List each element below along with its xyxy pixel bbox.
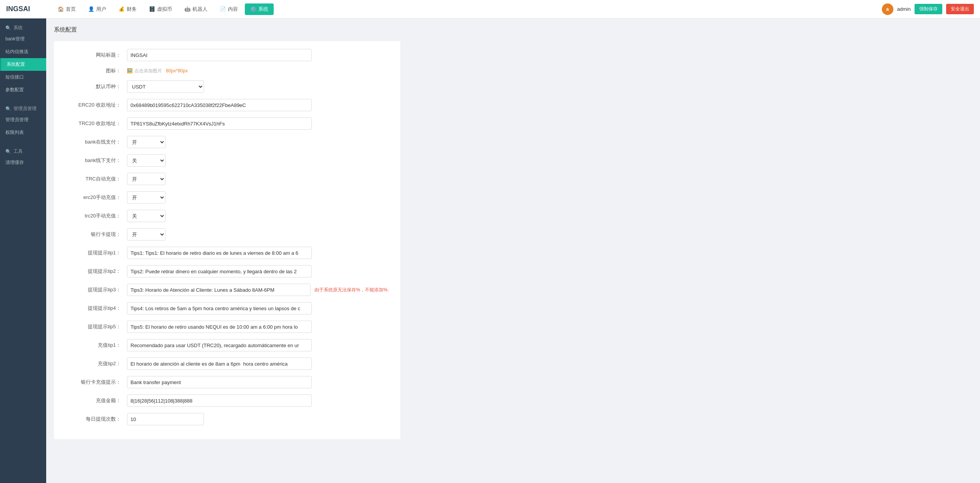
- bank-withdraw-select[interactable]: 开 关: [127, 228, 166, 241]
- trc20-input[interactable]: [127, 117, 312, 130]
- finance-icon: 💰: [119, 6, 125, 12]
- nav-home[interactable]: 🏠 首页: [52, 3, 81, 15]
- icon-upload[interactable]: 🖼️ 点击添加图片: [127, 68, 162, 74]
- trc-auto-label: TRC自动充值：: [65, 175, 127, 182]
- withdraw-tip1-input[interactable]: [127, 247, 312, 259]
- icon-label: 图标：: [65, 67, 127, 74]
- trc-auto-select[interactable]: 开 关: [127, 173, 166, 185]
- form-row-bank-offline: bank线下支付： 关 开: [65, 154, 389, 167]
- page-title: 系统配置: [54, 26, 972, 33]
- nav-robot[interactable]: 🤖 机器人: [179, 3, 213, 15]
- sidebar-item-sys-config[interactable]: 系统配置: [0, 58, 46, 71]
- trc20-label: TRC20 收款地址：: [65, 120, 127, 127]
- admin-icon: 🔍: [5, 106, 11, 112]
- bank-offline-label: bank线下支付：: [65, 157, 127, 164]
- bank-recharge-tip-input[interactable]: [127, 376, 312, 388]
- image-icon: 🖼️: [127, 68, 133, 74]
- user-icon: 👤: [88, 6, 94, 12]
- form-row-trc-auto: TRC自动充值： 开 关: [65, 173, 389, 185]
- withdraw-tip2-label: 提现提示tip2：: [65, 268, 127, 275]
- site-name-input[interactable]: [127, 49, 312, 61]
- search-icon: 🔍: [5, 25, 11, 31]
- avatar: a: [882, 3, 893, 15]
- daily-withdraw-label: 每日提现次数：: [65, 416, 127, 423]
- recharge-tip1-input[interactable]: [127, 339, 312, 351]
- crypto-icon: 🗄️: [149, 6, 155, 12]
- form-row-bank-online: bank在线支付： 开 关: [65, 136, 389, 148]
- nav-user[interactable]: 👤 用户: [83, 3, 112, 15]
- sidebar-item-bank-mgmt[interactable]: bank管理: [0, 33, 46, 45]
- main-content: 系统配置 网站标题： 图标： 🖼️ 点击添加图片 80px*80px 默认币种：…: [46, 18, 980, 483]
- nav-crypto[interactable]: 🗄️ 虚拟币: [144, 3, 177, 15]
- bank-online-select[interactable]: 开 关: [127, 136, 166, 148]
- sidebar-section-title-admin: 🔍 管理员管理: [0, 102, 46, 114]
- form-row-icon: 图标： 🖼️ 点击添加图片 80px*80px: [65, 67, 389, 74]
- sidebar-item-sms-iface[interactable]: 短信接口: [0, 71, 46, 84]
- withdraw-tip3-label: 提现提示tip3：: [65, 286, 127, 293]
- system-icon: ⚙️: [250, 6, 256, 12]
- withdraw-tip1-label: 提现提示tip1：: [65, 249, 127, 256]
- app-logo: INGSAI: [6, 5, 52, 13]
- form-container: 网站标题： 图标： 🖼️ 点击添加图片 80px*80px 默认币种： USDT…: [54, 41, 400, 439]
- erc20-input[interactable]: [127, 99, 312, 111]
- erc20-manual-label: erc20手动充值：: [65, 194, 127, 201]
- form-row-withdraw-tip4: 提现提示tip4：: [65, 302, 389, 314]
- sidebar-section-title-system: 🔍 系统: [0, 22, 46, 33]
- recharge-tip2-input[interactable]: [127, 358, 312, 370]
- top-nav: INGSAI 🏠 首页 👤 用户 💰 财务 🗄️ 虚拟币 🤖 机器人 📄 内容 …: [0, 0, 980, 18]
- withdraw-tip5-label: 提现提示tip5：: [65, 323, 127, 330]
- nav-content[interactable]: 📄 内容: [214, 3, 243, 15]
- withdraw-tip2-input[interactable]: [127, 265, 312, 277]
- form-row-daily-withdraw: 每日提现次数：: [65, 413, 389, 425]
- form-row-erc20: ERC20 收款地址：: [65, 99, 389, 111]
- bank-withdraw-label: 银行卡提现：: [65, 231, 127, 238]
- withdraw-tip3-input[interactable]: [127, 284, 311, 296]
- withdraw-tip5-input[interactable]: [127, 321, 312, 333]
- bank-online-label: bank在线支付：: [65, 139, 127, 145]
- form-row-site-name: 网站标题：: [65, 49, 389, 61]
- recharge-amount-label: 充值金额：: [65, 397, 127, 404]
- bank-recharge-tip-label: 银行卡充值提示：: [65, 379, 127, 386]
- sidebar-item-manage-cache[interactable]: 清理缓存: [0, 156, 46, 169]
- daily-withdraw-input[interactable]: [127, 413, 204, 425]
- form-row-bank-recharge-tip: 银行卡充值提示：: [65, 376, 389, 388]
- robot-icon: 🤖: [184, 6, 191, 12]
- form-row-withdraw-tip5: 提现提示tip5：: [65, 321, 389, 333]
- form-row-trc20: TRC20 收款地址：: [65, 117, 389, 130]
- sidebar-section-system: 🔍 系统 bank管理 站内信推送 系统配置 短信接口 参数配置: [0, 18, 46, 99]
- form-row-recharge-tip2: 充值tip2：: [65, 358, 389, 370]
- nav-finance[interactable]: 💰 财务: [113, 3, 142, 15]
- trc20-manual-select[interactable]: 关 开: [127, 210, 166, 222]
- recharge-amount-input[interactable]: [127, 394, 312, 407]
- content-icon: 📄: [220, 6, 226, 12]
- force-save-button[interactable]: 强制保存: [915, 4, 942, 14]
- recharge-tip1-label: 充值tip1：: [65, 342, 127, 349]
- sidebar-item-param-config[interactable]: 参数配置: [0, 84, 46, 96]
- sidebar-item-admin-mgmt[interactable]: 管理员管理: [0, 114, 46, 126]
- erc20-manual-select[interactable]: 开 关: [127, 191, 166, 204]
- bank-offline-select[interactable]: 关 开: [127, 154, 166, 167]
- icon-hint: 80px*80px: [166, 68, 188, 74]
- form-row-withdraw-tip1: 提现提示tip1：: [65, 247, 389, 259]
- sidebar-section-title-tools: 🔍 工具: [0, 145, 46, 156]
- recharge-tip2-label: 充值tip2：: [65, 360, 127, 367]
- form-row-trc20-manual: trc20手动充值： 关 开: [65, 210, 389, 222]
- form-row-withdraw-tip3: 提现提示tip3： 由于系统原无法保存%，不能添加%.: [65, 284, 389, 296]
- erc20-label: ERC20 收款地址：: [65, 102, 127, 109]
- currency-label: 默认币种：: [65, 83, 127, 90]
- form-row-bank-withdraw: 银行卡提现： 开 关: [65, 228, 389, 241]
- sidebar-item-site-push[interactable]: 站内信推送: [0, 45, 46, 58]
- sidebar-section-admin-mgmt: 🔍 管理员管理 管理员管理 权限列表: [0, 99, 46, 142]
- sidebar: 🔍 系统 bank管理 站内信推送 系统配置 短信接口 参数配置 🔍 管理员管理…: [0, 18, 46, 483]
- withdraw-tip4-input[interactable]: [127, 302, 312, 314]
- form-row-withdraw-tip2: 提现提示tip2：: [65, 265, 389, 277]
- home-icon: 🏠: [58, 6, 64, 12]
- withdraw-tip3-hint: 由于系统原无法保存%，不能添加%.: [314, 287, 389, 293]
- form-row-currency: 默认币种： USDT BTC ETH: [65, 80, 389, 93]
- sidebar-section-tools: 🔍 工具 清理缓存: [0, 142, 46, 172]
- nav-items: 🏠 首页 👤 用户 💰 财务 🗄️ 虚拟币 🤖 机器人 📄 内容 ⚙️ 系统: [52, 3, 882, 15]
- currency-select[interactable]: USDT BTC ETH: [127, 80, 204, 93]
- sidebar-item-perm-list[interactable]: 权限列表: [0, 126, 46, 139]
- nav-system[interactable]: ⚙️ 系统: [245, 3, 274, 15]
- logout-button[interactable]: 安全退出: [946, 4, 974, 14]
